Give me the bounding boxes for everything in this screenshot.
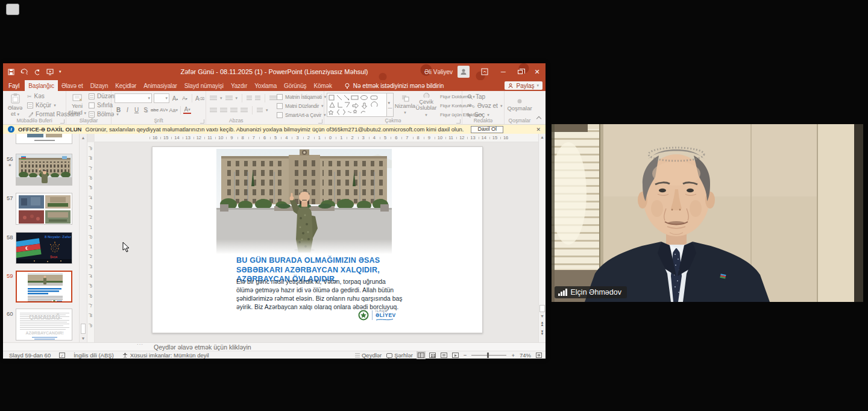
slideshow-view-button[interactable] [452,353,459,358]
thumbnail-slide-60[interactable]: QARABAĞ AZƏRBAYCANDIR! [16,309,72,340]
normal-view-button[interactable] [418,353,424,358]
thumbnail-slide-55[interactable] [16,134,72,144]
close-button[interactable]: ✕ [529,63,546,80]
tab-yazdır[interactable]: Yazdır [227,80,251,91]
tell-me-box[interactable]: Nə etmək istədiyinizi mənə bildirin [344,80,444,91]
scroll-thumb[interactable] [539,305,545,312]
comments-toggle[interactable]: Şərhlər [386,352,413,359]
italic-button[interactable]: I [124,105,131,115]
participant-video[interactable]: Elçin Əhmədov [552,124,863,302]
thumbnail-slide-56[interactable] [16,154,72,186]
shape-fill-button[interactable]: Fiqur Doldurma▾ [439,93,463,101]
restore-button[interactable] [512,63,529,80]
share-button[interactable]: Paylaş▾ [505,81,542,90]
zoom-in-button[interactable]: + [511,352,515,359]
text-direction-button[interactable]: Mətnin İstiqaməti▾ [277,93,326,101]
tab-kömək[interactable]: Kömək [310,80,335,91]
decrease-indent-icon[interactable] [247,96,252,101]
replace-button[interactable]: ab↻Əvəz et▾ [467,102,502,110]
bullets-icon[interactable] [210,96,217,101]
notes-splitter-handle[interactable]: ··· [137,342,143,347]
editor-scrollbar[interactable]: ▲ ▼ ▲▲ ▼▼ [538,134,546,342]
font-size-combo[interactable]: ▾ [154,93,169,103]
grow-font-button[interactable]: A▴ [171,94,179,103]
strikethrough-button[interactable]: abc [151,105,159,115]
language-indicator[interactable]: İngilis dili (ABŞ) [74,352,114,359]
tab-əlavə-et[interactable]: Əlavə et [58,80,87,91]
change-case-button[interactable]: Aa▾ [169,105,178,115]
shapes-gallery[interactable] [327,93,387,117]
tab-fayl[interactable]: Fayl [3,80,25,91]
tab-başlanğıc[interactable]: Başlanğıc [25,80,58,91]
zoom-slider-knob[interactable] [487,353,489,358]
scroll-up-icon[interactable]: ▲ [539,135,546,139]
align-right-icon[interactable] [230,108,237,113]
font-dialog-launcher[interactable] [200,119,204,124]
text-shadow-button[interactable]: S [142,105,149,115]
thumb-scroll-down-icon[interactable]: ▼ [80,334,87,342]
justify-icon[interactable] [241,108,248,113]
shapes-more-button[interactable]: ▾— [387,93,394,117]
thumbnail-slide-59-current[interactable] [16,271,72,303]
slide-canvas[interactable]: BU GÜN BURADA OLMAĞIMIZIN ƏSAS SƏBƏBKARI… [95,142,538,342]
clear-formatting-button[interactable]: A⌫ [195,94,204,103]
thumb-scroll-thumb[interactable] [81,324,86,334]
tab-dizayn[interactable]: Dizayn [87,80,112,91]
user-avatar[interactable] [458,66,470,78]
line-spacing-icon[interactable] [269,96,277,101]
minimize-button[interactable]: ─ [495,63,512,80]
align-center-icon[interactable] [220,108,227,113]
accessibility-status[interactable]: Xüsusi imkanlar: Mümkün deyil [122,352,209,359]
slide-sorter-view-button[interactable] [429,353,436,358]
fit-slide-button[interactable] [536,353,542,358]
find-button[interactable]: Tap [467,93,502,101]
signed-in-user[interactable]: Əli Vəliyev [424,69,453,75]
thumbnail-scrollbar[interactable]: ▲ ▼ [79,134,87,342]
tab-görünüş[interactable]: Görünüş [280,80,310,91]
previous-slide-button[interactable]: ▲▲ [539,321,546,326]
tab-yoxlama[interactable]: Yoxlama [251,80,280,91]
font-color-button[interactable]: A▾ [183,106,191,114]
align-text-button[interactable]: Mətni Düzləndir▾ [277,102,326,110]
thumb-scroll-up-icon[interactable]: ▲ [80,134,87,142]
paste-button[interactable]: Əlavəet ▾ [5,92,25,118]
tab-slayd-nümayişi[interactable]: Slayd nümayişi [181,80,227,91]
zoom-out-button[interactable]: − [464,352,467,359]
shrink-font-button[interactable]: A▾ [181,94,189,103]
zoom-level[interactable]: 74% [520,352,531,359]
underline-button[interactable]: U [133,105,140,115]
shape-outline-button[interactable]: Fiqur Konturu▾ [439,102,463,110]
ribbon-display-options-icon[interactable] [478,63,491,80]
notes-toggle[interactable]: Qeydlər [355,352,382,359]
quick-styles-button[interactable]: ÇevikÜslublar ▾ [416,92,436,118]
new-slide-button[interactable]: YeniSlayd ▾ [67,92,87,118]
bold-button[interactable]: B [115,105,122,115]
thumbnail-slide-57[interactable] [16,193,72,225]
arrange-button[interactable]: Nizamla▾ [395,92,415,118]
font-name-combo[interactable]: ▾ [115,93,152,103]
columns-icon[interactable] [257,108,263,113]
tab-animasiyalar[interactable]: Animasiyalar [140,80,180,91]
slide-59[interactable]: BU GÜN BURADA OLMAĞIMIZIN ƏSAS SƏBƏBKARI… [152,146,483,333]
clipboard-dialog-launcher[interactable] [60,119,64,124]
zoom-slider[interactable] [471,355,506,356]
reading-view-button[interactable] [441,353,447,358]
collapse-ribbon-button[interactable] [536,116,541,121]
meeting-view-button[interactable] [6,4,19,15]
character-spacing-button[interactable]: AV▾ [160,105,168,115]
sign-in-button[interactable]: Daxil Ol [471,126,503,133]
scroll-down-icon[interactable]: ▼ [539,314,546,318]
numbering-icon[interactable] [225,96,233,101]
drawing-dialog-launcher[interactable] [456,119,461,124]
next-slide-button[interactable]: ▼▼ [539,330,546,335]
thumbnail-slide-58[interactable]: 8 Noyabr- Zəfər Günü Şuşa [16,232,72,264]
tab-keçidlər[interactable]: Keçidlər [112,80,140,91]
align-left-icon[interactable] [210,108,217,113]
paragraph-dialog-launcher[interactable] [318,119,322,124]
notes-pane[interactable]: ··· Qeydlər əlavə etmək üçün klikləyin [3,342,546,351]
notification-close-icon[interactable]: ✕ [536,127,541,133]
increase-indent-icon[interactable] [255,96,260,101]
addins-button[interactable]: Qoşmalar [509,92,530,118]
spellcheck-icon[interactable]: ✓ [59,353,65,358]
notes-placeholder[interactable]: Qeydlər əlavə etmək üçün klikləyin [154,344,251,351]
